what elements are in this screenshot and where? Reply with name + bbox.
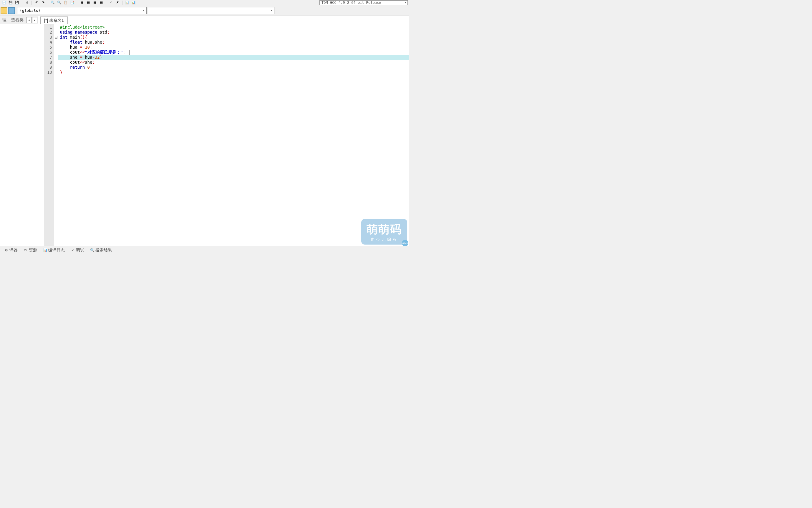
editor-tab[interactable]: [*] 未命名1 xyxy=(40,16,68,24)
delete-profile-icon[interactable]: 📊 xyxy=(131,0,137,5)
undo-icon[interactable]: ↶ xyxy=(34,0,40,5)
line-gutter: 12345678910 xyxy=(44,24,54,246)
compiler-select-label: TDM-GCC 4.9.2 64-bit Release xyxy=(322,1,381,5)
redo-icon[interactable]: ↷ xyxy=(40,0,46,5)
tab-search-results-label: 搜索结果 xyxy=(95,248,112,253)
tab-resources[interactable]: 🗂 资源 xyxy=(21,247,40,253)
code-line[interactable]: int main(){ xyxy=(60,35,409,40)
separator xyxy=(77,1,77,5)
scope-select[interactable]: (globals) xyxy=(17,7,147,14)
line-number: 6 xyxy=(47,50,52,55)
tab-manage[interactable]: 理 xyxy=(0,16,9,24)
bottom-tabs: ⚙ 译器 🗂 资源 📊 编译日志 ✓ 调试 🔍 搜索结果 xyxy=(0,246,409,254)
line-number: 10 xyxy=(47,70,52,75)
code-editor[interactable]: 12345678910 − #include<iostream>using na… xyxy=(44,24,409,246)
stop-icon[interactable]: ✗ xyxy=(114,0,121,5)
line-number: 5 xyxy=(47,45,52,50)
compiler-select[interactable]: TDM-GCC 4.9.2 64-bit Release xyxy=(320,0,408,5)
line-number: 9 xyxy=(47,65,52,70)
tab-compiler[interactable]: ⚙ 译器 xyxy=(2,247,20,253)
tab-compile-log-label: 编译日志 xyxy=(48,248,65,253)
debug-icon: ✓ xyxy=(71,248,75,252)
separator xyxy=(106,1,106,5)
toggle-side-button[interactable] xyxy=(1,7,7,14)
code-line[interactable]: cout<<"对应的摄氏度是："; xyxy=(60,50,409,55)
code-line[interactable]: #include<iostream> xyxy=(60,25,409,30)
fold-cell xyxy=(54,40,58,45)
tab-resources-label: 资源 xyxy=(29,248,37,253)
separator xyxy=(22,1,22,5)
line-number: 4 xyxy=(47,40,52,45)
code-line[interactable]: using namespace std; xyxy=(60,30,409,35)
rebuild-icon[interactable]: ▦ xyxy=(98,0,104,5)
fold-cell xyxy=(54,60,58,65)
text-cursor xyxy=(130,50,130,55)
tab-debug[interactable]: ✓ 调试 xyxy=(68,247,87,253)
compiler-icon: ⚙ xyxy=(4,248,8,252)
fold-toggle-icon[interactable]: − xyxy=(55,36,57,39)
fold-column: − xyxy=(54,24,58,246)
fold-cell xyxy=(54,45,58,50)
run-icon[interactable]: ▦ xyxy=(85,0,91,5)
separator xyxy=(48,1,48,5)
new-icon[interactable]: 📄 xyxy=(1,0,7,5)
line-number: 7 xyxy=(47,55,52,60)
goto-icon[interactable]: 📋 xyxy=(63,0,68,5)
fold-cell xyxy=(54,25,58,30)
log-icon: 📊 xyxy=(43,248,47,252)
line-number: 1 xyxy=(47,25,52,30)
tab-compiler-label: 译器 xyxy=(9,248,18,253)
fold-cell xyxy=(54,30,58,35)
code-line[interactable]: hua = 10; xyxy=(60,45,409,50)
side-panel xyxy=(0,24,44,246)
line-number: 2 xyxy=(47,30,52,35)
watermark-title: 萌萌码 xyxy=(367,222,402,237)
side-panel-tabs: 理 查看类 ◂ ▸ xyxy=(0,16,38,24)
watermark: 萌萌码 青少儿编程 0249 xyxy=(361,219,407,245)
tab-search-results[interactable]: 🔍 搜索结果 xyxy=(88,247,114,253)
fold-cell xyxy=(54,50,58,55)
top-toolbar: 📄 💾 💾 🖨 ↶ ↷ 🔍 🔍 📋 📑 ▦ ▦ ▦ ▦ ✓ ✗ 📊 📊 TDM-… xyxy=(0,0,409,5)
code-line[interactable]: float hua,she; xyxy=(60,40,409,45)
separator xyxy=(122,1,123,5)
nav-next-button[interactable]: ▸ xyxy=(32,17,37,23)
second-toolbar: (globals) xyxy=(0,5,409,16)
compile-icon[interactable]: ▦ xyxy=(79,0,85,5)
main-area: 12345678910 − #include<iostream>using na… xyxy=(0,24,409,246)
tab-view-class[interactable]: 查看类 xyxy=(9,16,26,24)
replace-icon[interactable]: 🔍 xyxy=(56,0,62,5)
code-line[interactable]: } xyxy=(60,70,409,75)
tab-compile-log[interactable]: 📊 编译日志 xyxy=(41,247,67,253)
fold-cell xyxy=(54,70,58,75)
check-icon[interactable]: ✓ xyxy=(108,0,114,5)
separator xyxy=(32,1,32,5)
search-icon: 🔍 xyxy=(90,248,94,252)
save-icon[interactable]: 💾 xyxy=(8,0,13,5)
nav-prev-button[interactable]: ◂ xyxy=(26,17,32,23)
bookmark-icon[interactable]: 📑 xyxy=(69,0,75,5)
code-line[interactable]: return 0; xyxy=(60,65,409,70)
code-line[interactable]: she = hua-32) xyxy=(58,55,409,60)
fold-cell xyxy=(54,65,58,70)
code-line[interactable]: cout<<she; xyxy=(60,60,409,65)
save-all-icon[interactable]: 💾 xyxy=(14,0,20,5)
fold-cell xyxy=(54,55,58,60)
code-body[interactable]: #include<iostream>using namespace std;in… xyxy=(58,24,409,246)
watermark-subtitle: 青少儿编程 xyxy=(367,237,402,242)
watermark-badge: 0249 xyxy=(402,240,409,246)
resources-icon: 🗂 xyxy=(23,248,28,252)
toggle-bookmarks-button[interactable] xyxy=(8,7,15,14)
tab-row: 理 查看类 ◂ ▸ [*] 未命名1 xyxy=(0,16,409,24)
fold-cell: − xyxy=(54,35,58,40)
tab-debug-label: 调试 xyxy=(76,248,84,253)
compile-run-icon[interactable]: ▦ xyxy=(92,0,98,5)
print-icon[interactable]: 🖨 xyxy=(24,0,30,5)
scope-select-label: (globals) xyxy=(20,8,40,13)
find-icon[interactable]: 🔍 xyxy=(50,0,56,5)
profile-icon[interactable]: 📊 xyxy=(124,0,130,5)
line-number: 3 xyxy=(47,35,52,40)
line-number: 8 xyxy=(47,60,52,65)
function-select[interactable] xyxy=(148,7,274,14)
